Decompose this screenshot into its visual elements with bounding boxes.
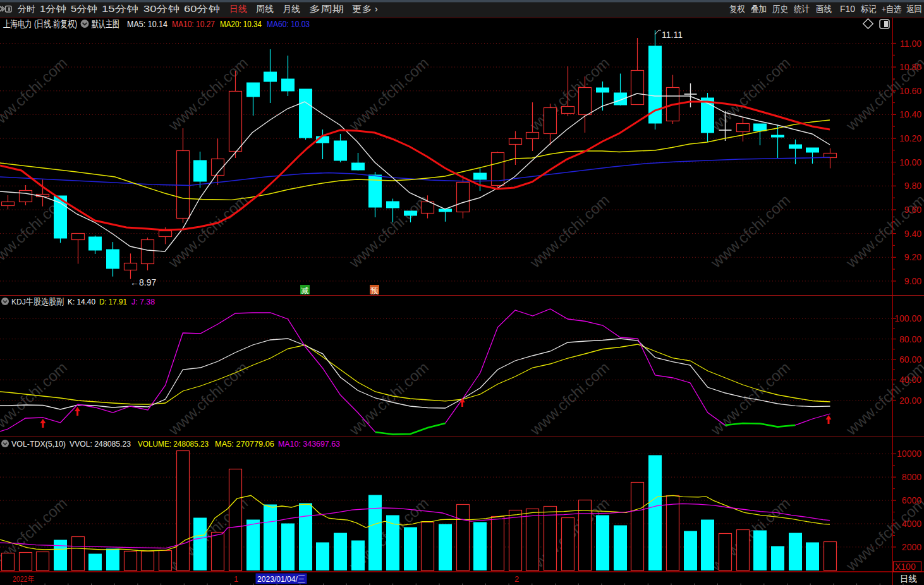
svg-text:10.00: 10.00 (899, 157, 921, 167)
svg-text:MA10: 10.27: MA10: 10.27 (172, 19, 215, 29)
svg-text:6000: 6000 (902, 495, 921, 505)
svg-text:K: 14.40: K: 14.40 (68, 297, 95, 306)
svg-text:4000: 4000 (902, 519, 921, 529)
svg-text:MA5: 270779.06: MA5: 270779.06 (215, 439, 274, 449)
svg-text:多周期: 多周期 (309, 4, 344, 14)
svg-text:10.40: 10.40 (899, 109, 921, 119)
svg-text:MA5: 10.14: MA5: 10.14 (127, 19, 167, 29)
svg-text:日线: 日线 (900, 574, 917, 584)
svg-text:15分钟: 15分钟 (102, 4, 138, 14)
svg-text:←8.97: ←8.97 (130, 277, 156, 287)
svg-text:2023/01/04/三: 2023/01/04/三 (257, 574, 305, 584)
svg-text:2022年: 2022年 (13, 574, 34, 584)
svg-text:MA10: 343697.63: MA10: 343697.63 (278, 439, 340, 449)
svg-text:统计: 统计 (794, 4, 810, 14)
svg-text:1: 1 (234, 574, 238, 584)
svg-text:2: 2 (514, 574, 519, 584)
svg-text:X100: X100 (895, 562, 916, 572)
svg-text:80.00: 80.00 (899, 334, 921, 344)
svg-text:日线: 日线 (229, 4, 247, 14)
svg-text:9.20: 9.20 (904, 252, 921, 262)
svg-text:60分钟: 60分钟 (184, 4, 220, 14)
svg-text:F10: F10 (840, 4, 855, 14)
svg-text:D: 17.91: D: 17.91 (99, 297, 127, 306)
svg-text:VOLUME: 248085.23: VOLUME: 248085.23 (138, 439, 209, 449)
svg-text:20.00: 20.00 (899, 395, 921, 406)
svg-text:1分钟: 1分钟 (40, 4, 66, 14)
svg-text:8000: 8000 (902, 472, 921, 482)
svg-text:月线: 月线 (283, 4, 300, 14)
svg-text:10.20: 10.20 (899, 133, 921, 143)
svg-text:画线: 画线 (816, 4, 832, 14)
svg-text:减: 减 (301, 286, 309, 295)
svg-text:40.00: 40.00 (899, 375, 921, 385)
svg-text:9.40: 9.40 (904, 229, 921, 239)
svg-text:叠加: 叠加 (751, 4, 767, 14)
svg-text:30分钟: 30分钟 (143, 4, 179, 14)
svg-text:J: 7.38: J: 7.38 (131, 297, 155, 306)
svg-text:9.60: 9.60 (904, 205, 921, 215)
svg-text:5分钟: 5分钟 (71, 4, 97, 14)
svg-text:10.80: 10.80 (899, 62, 921, 72)
svg-text:+自选: +自选 (882, 4, 902, 14)
svg-text:10000: 10000 (897, 449, 921, 459)
svg-text:上海电力 (日线.前复权): 上海电力 (日线.前复权) (3, 18, 77, 29)
svg-text:KDJ牛股选股副: KDJ牛股选股副 (11, 297, 64, 306)
svg-text:预: 预 (371, 286, 379, 295)
svg-text:MA20: 10.34: MA20: 10.34 (220, 19, 262, 29)
svg-text:2000: 2000 (902, 542, 921, 552)
svg-text:默认主图: 默认主图 (91, 18, 119, 29)
svg-text:分时: 分时 (18, 4, 35, 14)
svg-text:更多 ›: 更多 › (352, 4, 378, 14)
svg-text:返回: 返回 (906, 4, 922, 14)
svg-text:复权: 复权 (729, 4, 745, 14)
svg-text:100.00: 100.00 (894, 313, 921, 323)
svg-text:VVOL: 248085.23: VVOL: 248085.23 (70, 439, 131, 449)
svg-text:历史: 历史 (772, 4, 788, 14)
svg-text:10.60: 10.60 (899, 86, 921, 96)
svg-text:9.80: 9.80 (904, 181, 921, 191)
svg-text:VOL-TDX(5,10): VOL-TDX(5,10) (11, 439, 66, 449)
svg-text:60.00: 60.00 (899, 354, 921, 365)
svg-text:MA60: 10.03: MA60: 10.03 (267, 19, 310, 29)
svg-text:周线: 周线 (256, 4, 274, 14)
svg-text:标记: 标记 (860, 4, 877, 14)
svg-text:11.00: 11.00 (900, 39, 921, 49)
svg-text:11.11: 11.11 (662, 30, 683, 40)
svg-text:9.00: 9.00 (904, 276, 921, 286)
